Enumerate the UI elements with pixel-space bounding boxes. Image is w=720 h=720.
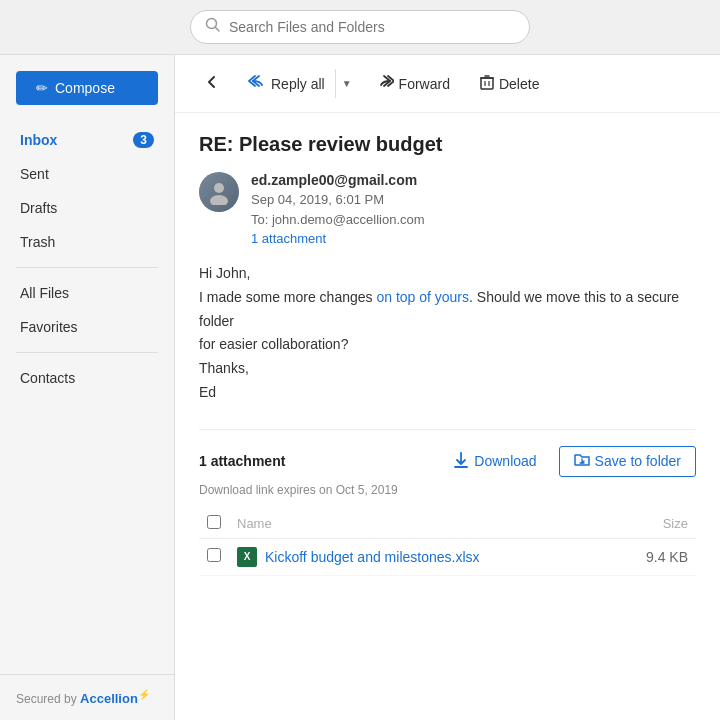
reply-all-group: Reply all ▼ <box>237 68 359 99</box>
delete-button[interactable]: Delete <box>467 67 552 100</box>
delete-label: Delete <box>499 76 539 92</box>
table-row: X Kickoff budget and milestones.xlsx 9.4… <box>199 538 696 575</box>
reply-all-label: Reply all <box>271 76 325 92</box>
nav-divider-1 <box>16 267 158 268</box>
compose-icon: ✏ <box>36 80 48 96</box>
sender-date: Sep 04, 2019, 6:01 PM To: john.demo@acce… <box>251 190 696 229</box>
nav-items-group: Inbox 3 Sent Drafts Trash All Files Favo… <box>0 123 174 674</box>
sidebar-item-contacts[interactable]: Contacts <box>0 361 174 395</box>
download-label: Download <box>474 453 536 469</box>
attachment-count-link[interactable]: 1 attachment <box>251 231 696 246</box>
body-line2: I made some more changes on top of yours… <box>199 286 696 334</box>
content-area: Reply all ▼ Forward <box>175 55 720 720</box>
file-checkbox[interactable] <box>207 548 221 562</box>
file-table: Name Size X Kickoff bud <box>199 509 696 576</box>
file-name-link[interactable]: Kickoff budget and milestones.xlsx <box>265 549 480 565</box>
main-layout: ✏ Compose Inbox 3 Sent Drafts Trash All … <box>0 55 720 720</box>
avatar <box>199 172 239 212</box>
back-button[interactable] <box>191 67 233 100</box>
attachment-header: 1 attachment Download <box>199 446 696 477</box>
toolbar: Reply all ▼ Forward <box>175 55 720 113</box>
forward-label: Forward <box>399 76 450 92</box>
nav-divider-2 <box>16 352 158 353</box>
sender-row: ed.zample00@gmail.com Sep 04, 2019, 6:01… <box>199 172 696 246</box>
file-size-cell: 9.4 KB <box>610 538 696 575</box>
svg-point-7 <box>214 183 224 193</box>
file-name-cell: X Kickoff budget and milestones.xlsx <box>229 538 610 575</box>
email-subject: RE: Please review budget <box>199 133 696 156</box>
file-checkbox-cell <box>199 538 229 575</box>
compose-button[interactable]: ✏ Compose <box>16 71 158 105</box>
body-line3: for easier collaboration? <box>199 333 696 357</box>
svg-point-8 <box>210 195 228 205</box>
email-body: Hi John, I made some more changes on top… <box>199 262 696 405</box>
sidebar-item-inbox[interactable]: Inbox 3 <box>0 123 174 157</box>
attachment-expiry: Download link expires on Oct 5, 2019 <box>199 483 696 497</box>
sidebar: ✏ Compose Inbox 3 Sent Drafts Trash All … <box>0 55 175 720</box>
col-size-header: Size <box>610 509 696 539</box>
sidebar-footer: Secured by Accellion⚡ <box>0 674 174 720</box>
email-content: RE: Please review budget ed.zample00@gma… <box>175 113 720 720</box>
download-button[interactable]: Download <box>439 446 550 477</box>
sidebar-item-trash[interactable]: Trash <box>0 225 174 259</box>
attachment-title: 1 attachment <box>199 453 285 469</box>
svg-line-1 <box>216 28 220 32</box>
sidebar-item-drafts[interactable]: Drafts <box>0 191 174 225</box>
back-icon <box>204 74 220 93</box>
excel-icon: X <box>237 547 257 567</box>
download-icon <box>453 452 469 471</box>
sender-info: ed.zample00@gmail.com Sep 04, 2019, 6:01… <box>251 172 696 246</box>
accellion-brand: Accellion <box>80 691 138 706</box>
forward-icon <box>376 75 394 92</box>
body-sig: Ed <box>199 381 696 405</box>
reply-all-icon <box>248 75 266 92</box>
body-line1: Hi John, <box>199 262 696 286</box>
sidebar-item-allfiles[interactable]: All Files <box>0 276 174 310</box>
inbox-badge: 3 <box>133 132 154 148</box>
sidebar-item-favorites[interactable]: Favorites <box>0 310 174 344</box>
chevron-down-icon: ▼ <box>342 78 352 89</box>
col-checkbox <box>199 509 229 539</box>
body-thanks: Thanks, <box>199 357 696 381</box>
search-input[interactable] <box>229 19 509 35</box>
trash-icon <box>480 74 494 93</box>
top-bar <box>0 0 720 55</box>
attachment-section: 1 attachment Download <box>199 429 696 576</box>
col-name-header: Name <box>229 509 610 539</box>
forward-button[interactable]: Forward <box>363 68 463 99</box>
save-folder-icon <box>574 453 590 470</box>
reply-all-dropdown-button[interactable]: ▼ <box>335 69 358 98</box>
search-box <box>190 10 530 44</box>
save-to-folder-label: Save to folder <box>595 453 681 469</box>
trademark-symbol: ⚡ <box>138 689 150 700</box>
search-icon <box>205 17 221 37</box>
svg-rect-2 <box>481 78 493 89</box>
attachment-actions: Download Save to folder <box>439 446 696 477</box>
save-to-folder-button[interactable]: Save to folder <box>559 446 696 477</box>
sender-email: ed.zample00@gmail.com <box>251 172 696 188</box>
select-all-checkbox[interactable] <box>207 515 221 529</box>
sidebar-item-sent[interactable]: Sent <box>0 157 174 191</box>
reply-all-button[interactable]: Reply all <box>238 69 335 98</box>
